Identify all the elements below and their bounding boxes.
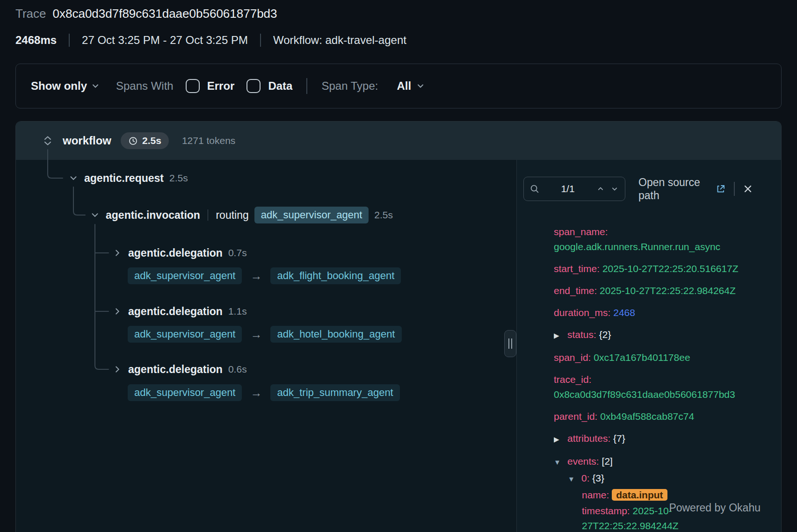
detail-toolbar: 1/1 Open source path xyxy=(523,176,781,202)
span-tree: agentic.request 2.5s agentic.invocation … xyxy=(16,160,516,532)
span-label: agentic.delegation xyxy=(128,305,223,318)
arrow-right-icon: → xyxy=(247,386,265,400)
divider xyxy=(208,209,209,221)
search-next-button[interactable] xyxy=(610,184,619,194)
agent-badge-from[interactable]: adk_supervisor_agent xyxy=(128,326,242,343)
field-key: name: xyxy=(582,489,609,500)
chevron-right-icon[interactable] xyxy=(112,306,123,316)
delegation-agents-2: adk_supervisor_agent → adk_hotel_booking… xyxy=(128,325,402,344)
field-key: 0: xyxy=(581,473,590,483)
search-input[interactable]: 1/1 xyxy=(523,177,625,201)
clock-icon xyxy=(128,136,138,146)
span-label: agentic.invocation xyxy=(106,209,200,222)
chevron-down-icon xyxy=(416,81,425,91)
tree-row-agentic-request[interactable]: agentic.request 2.5s xyxy=(68,170,188,186)
trace-duration: 2468ms xyxy=(15,34,57,47)
chevron-down-icon[interactable] xyxy=(68,173,79,183)
field-key: end_time: xyxy=(554,285,597,296)
chevron-right-icon[interactable] xyxy=(112,248,123,258)
data-checkbox-group[interactable]: Data xyxy=(246,79,292,93)
field-key: attributes: xyxy=(567,433,610,444)
data-checkbox[interactable] xyxy=(246,79,261,93)
field-value: 2468 xyxy=(613,307,635,318)
expand-icon[interactable]: ▶ xyxy=(554,432,563,447)
field-value: {2} xyxy=(599,329,611,340)
detail-field-trace_id: trace_id: 0x8ca0d3d7f89c631daae0b5606187… xyxy=(554,372,762,402)
field-key: duration_ms: xyxy=(554,307,610,318)
collapse-icon[interactable]: ▼ xyxy=(568,472,577,487)
field-value: google.adk.runners.Runner.run_async xyxy=(554,241,720,252)
detail-field-start_time: start_time: 2025-10-27T22:25:20.516617Z xyxy=(554,261,762,276)
trace-time-range: 27 Oct 3:25 PM - 27 Oct 3:25 PM xyxy=(82,34,248,47)
error-checkbox-group[interactable]: Error xyxy=(186,79,235,93)
external-link-icon[interactable] xyxy=(715,183,726,194)
workflow-header: workflow 2.5s 1271 tokens xyxy=(16,122,781,160)
sort-expand-icon[interactable] xyxy=(42,135,53,146)
detail-field-attributes: ▶attributes: {7} xyxy=(554,431,762,447)
search-prev-button[interactable] xyxy=(596,184,605,194)
trace-title-row: Trace 0x8ca0d3d7f89c631daae0b56061877bd3 xyxy=(15,7,277,21)
delegation-agents-1: adk_supervisor_agent → adk_flight_bookin… xyxy=(128,266,401,285)
divider xyxy=(69,34,70,47)
tree-row-agentic-delegation-1[interactable]: agentic.delegation 0.7s xyxy=(112,245,247,261)
collapse-icon[interactable]: ▼ xyxy=(554,455,563,470)
span-type-value: All xyxy=(397,79,411,93)
tree-row-agentic-invocation[interactable]: agentic.invocation routing adk_superviso… xyxy=(90,207,393,223)
span-tag: routing xyxy=(216,209,248,222)
span-detail-json: span_name: google.adk.runners.Runner.run… xyxy=(554,224,762,532)
agent-badge-from[interactable]: adk_supervisor_agent xyxy=(128,267,242,284)
field-value: {3} xyxy=(592,473,604,483)
chevron-down-icon xyxy=(610,184,619,194)
divider xyxy=(260,34,261,47)
detail-field-span_name: span_name: google.adk.runners.Runner.run… xyxy=(554,224,762,254)
agent-badge-to[interactable]: adk_trip_summary_agent xyxy=(270,384,399,401)
trace-panel: workflow 2.5s 1271 tokens xyxy=(15,121,782,532)
field-key: span_name: xyxy=(554,226,608,237)
span-detail-panel: 1/1 Open source path xyxy=(516,160,781,532)
field-value: 0xc17a167b401178ee xyxy=(594,352,690,363)
arrow-right-icon: → xyxy=(247,328,265,341)
agent-badge-from[interactable]: adk_supervisor_agent xyxy=(128,384,242,401)
chevron-right-icon[interactable] xyxy=(112,364,123,374)
detail-field-events: ▼events: [2] xyxy=(554,454,762,470)
field-value: 2025-10-27T22:25:20.516617Z xyxy=(602,263,739,274)
detail-field-duration_ms: duration_ms: 2468 xyxy=(554,305,762,320)
field-key: span_id: xyxy=(554,352,591,363)
expand-icon[interactable]: ▶ xyxy=(554,328,563,343)
span-type-label: Span Type: xyxy=(321,79,378,93)
agent-badge-to[interactable]: adk_flight_booking_agent xyxy=(270,267,401,284)
tree-row-agentic-delegation-2[interactable]: agentic.delegation 1.1s xyxy=(112,303,247,319)
span-duration: 2.5s xyxy=(169,173,188,184)
trace-meta-row: 2468ms 27 Oct 3:25 PM - 27 Oct 3:25 PM W… xyxy=(15,34,406,47)
agent-badge-to[interactable]: adk_hotel_booking_agent xyxy=(270,326,401,343)
workflow-title: workflow xyxy=(63,134,111,147)
filter-bar: Show only Spans With Error Data Span Typ… xyxy=(15,64,782,108)
search-icon xyxy=(529,184,540,194)
arrow-right-icon: → xyxy=(247,269,265,283)
chevron-down-icon[interactable] xyxy=(90,210,100,220)
field-key: timestamp: xyxy=(582,505,630,516)
agent-badge-supervisor[interactable]: adk_supervisor_agent xyxy=(254,207,369,223)
span-type-dropdown[interactable]: All xyxy=(394,79,428,93)
span-duration: 2.5s xyxy=(374,209,393,221)
tree-row-agentic-delegation-3[interactable]: agentic.delegation 0.6s xyxy=(112,361,247,377)
panel-resize-handle[interactable] xyxy=(504,330,516,357)
trace-label: Trace xyxy=(15,7,46,21)
close-icon[interactable] xyxy=(742,183,754,194)
field-value: [2] xyxy=(602,456,613,467)
field-value: 0x8ca0d3d7f89c631daae0b56061877bd3 xyxy=(554,389,735,400)
span-duration: 0.7s xyxy=(228,247,247,259)
panel-body: agentic.request 2.5s agentic.invocation … xyxy=(16,160,781,532)
show-only-label: Show only xyxy=(31,79,87,93)
field-key: parent_id: xyxy=(554,411,597,422)
show-only-dropdown[interactable]: Show only xyxy=(28,79,103,93)
spans-with-label: Spans With xyxy=(116,79,174,93)
span-label: agentic.delegation xyxy=(128,247,223,259)
search-match-count: 1/1 xyxy=(544,183,591,194)
open-source-path-link[interactable]: Open source path xyxy=(638,176,712,202)
divider xyxy=(306,78,307,94)
data-checkbox-label: Data xyxy=(268,79,292,93)
field-value: data.input xyxy=(612,489,667,501)
error-checkbox[interactable] xyxy=(186,79,200,93)
detail-field-parent_id: parent_id: 0xb49af588cab87c74 xyxy=(554,409,762,424)
